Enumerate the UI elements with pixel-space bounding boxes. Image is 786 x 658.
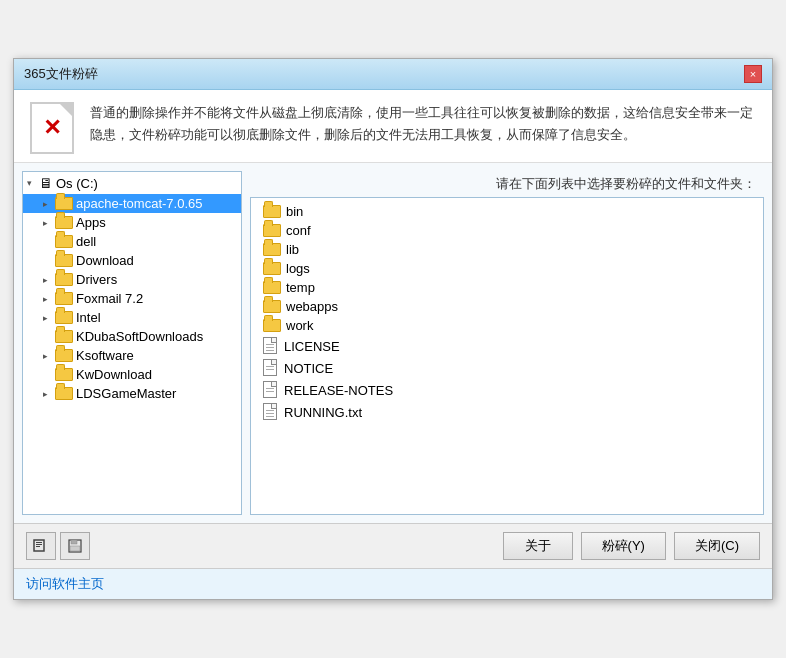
intel-arrow: ▸ <box>43 313 55 323</box>
folder-icon <box>55 216 73 230</box>
file-item-label: RUNNING.txt <box>284 405 362 420</box>
action-buttons: 关于 粉碎(Y) 关闭(C) <box>503 532 760 560</box>
right-panel-label: 请在下面列表中选择要粉碎的文件和文件夹： <box>250 171 764 197</box>
file-item-label: temp <box>286 280 315 295</box>
tree-item-kwdownload[interactable]: ▸ KwDownload <box>23 365 241 384</box>
title-bar-text: 365文件粉碎 <box>24 65 98 83</box>
folder-icon <box>55 197 73 211</box>
file-item-license[interactable]: LICENSE <box>259 335 755 357</box>
svg-rect-6 <box>70 546 80 551</box>
left-file-tree[interactable]: ▾ 🖥 Os (C:) ▸ apache-tomcat-7.0.65 ▸ App… <box>22 171 242 515</box>
refresh-button[interactable] <box>26 532 56 560</box>
tree-item-intel[interactable]: ▸ Intel <box>23 308 241 327</box>
file-item-conf[interactable]: conf <box>259 221 755 240</box>
file-item-lib[interactable]: lib <box>259 240 755 259</box>
main-content: ▾ 🖥 Os (C:) ▸ apache-tomcat-7.0.65 ▸ App… <box>14 163 772 523</box>
folder-icon <box>55 368 73 382</box>
svg-rect-2 <box>36 544 42 545</box>
folder-icon <box>263 281 281 295</box>
ksoftware-arrow: ▸ <box>43 351 55 361</box>
file-item-label: LICENSE <box>284 339 340 354</box>
ldsgame-arrow: ▸ <box>43 389 55 399</box>
foxmail-arrow: ▸ <box>43 294 55 304</box>
tree-item-label: Ksoftware <box>76 348 134 363</box>
computer-icon: 🖥 <box>39 175 53 191</box>
right-section: 请在下面列表中选择要粉碎的文件和文件夹： bin conf lib <box>250 171 764 515</box>
file-item-work[interactable]: work <box>259 316 755 335</box>
file-item-label: work <box>286 318 313 333</box>
file-item-label: webapps <box>286 299 338 314</box>
close-button[interactable]: 关闭(C) <box>674 532 760 560</box>
folder-icon <box>263 319 281 333</box>
file-icon <box>263 337 279 355</box>
svg-rect-0 <box>34 540 44 551</box>
root-arrow: ▾ <box>27 178 39 188</box>
tree-item-label: KDubaSoftDownloads <box>76 329 203 344</box>
drivers-arrow: ▸ <box>43 275 55 285</box>
close-window-button[interactable]: × <box>744 65 762 83</box>
tree-item-dell[interactable]: ▸ dell <box>23 232 241 251</box>
warning-icon <box>30 102 78 150</box>
file-item-label: conf <box>286 223 311 238</box>
right-file-panel[interactable]: bin conf lib logs <box>250 197 764 515</box>
file-item-running-txt[interactable]: RUNNING.txt <box>259 401 755 423</box>
tree-item-apache-tomcat[interactable]: ▸ apache-tomcat-7.0.65 <box>23 194 241 213</box>
folder-icon <box>55 330 73 344</box>
file-list: bin conf lib logs <box>251 198 763 427</box>
tree-item-foxmail[interactable]: ▸ Foxmail 7.2 <box>23 289 241 308</box>
tree-item-label: Drivers <box>76 272 117 287</box>
file-icon <box>263 381 279 399</box>
tree-item-label: Download <box>76 253 134 268</box>
file-item-logs[interactable]: logs <box>259 259 755 278</box>
tree-item-label: Apps <box>76 215 106 230</box>
footer: 访问软件主页 <box>14 568 772 599</box>
tree-item-kduba[interactable]: ▸ KDubaSoftDownloads <box>23 327 241 346</box>
tree-item-label: apache-tomcat-7.0.65 <box>76 196 202 211</box>
tree-item-label: LDSGameMaster <box>76 386 176 401</box>
folder-icon <box>263 224 281 238</box>
main-dialog: 365文件粉碎 × 普通的删除操作并不能将文件从磁盘上彻底清除，使用一些工具往往… <box>13 58 773 600</box>
file-item-label: logs <box>286 261 310 276</box>
svg-rect-5 <box>71 540 77 544</box>
folder-icon <box>55 387 73 401</box>
tree-item-label: KwDownload <box>76 367 152 382</box>
folder-icon <box>55 273 73 287</box>
save-icon <box>67 538 83 554</box>
tree-item-download[interactable]: ▸ Download <box>23 251 241 270</box>
tree-item-apps[interactable]: ▸ Apps <box>23 213 241 232</box>
apps-arrow: ▸ <box>43 218 55 228</box>
tree-item-label: Intel <box>76 310 101 325</box>
file-item-webapps[interactable]: webapps <box>259 297 755 316</box>
tomcat-arrow: ▸ <box>43 199 55 209</box>
header-description: 普通的删除操作并不能将文件从磁盘上彻底清除，使用一些工具往往可以恢复被删除的数据… <box>90 102 756 146</box>
save-button[interactable] <box>60 532 90 560</box>
file-icon <box>263 403 279 421</box>
tree-item-drivers[interactable]: ▸ Drivers <box>23 270 241 289</box>
file-item-temp[interactable]: temp <box>259 278 755 297</box>
bottom-bar: 关于 粉碎(Y) 关闭(C) <box>14 523 772 568</box>
home-link[interactable]: 访问软件主页 <box>26 576 104 591</box>
tree-scroll-area[interactable]: ▾ 🖥 Os (C:) ▸ apache-tomcat-7.0.65 ▸ App… <box>23 172 241 492</box>
tree-item-ksoftware[interactable]: ▸ Ksoftware <box>23 346 241 365</box>
title-bar: 365文件粉碎 × <box>14 59 772 90</box>
header-section: 普通的删除操作并不能将文件从磁盘上彻底清除，使用一些工具往往可以恢复被删除的数据… <box>14 90 772 163</box>
file-item-bin[interactable]: bin <box>259 202 755 221</box>
about-button[interactable]: 关于 <box>503 532 573 560</box>
file-item-notice[interactable]: NOTICE <box>259 357 755 379</box>
file-item-release-notes[interactable]: RELEASE-NOTES <box>259 379 755 401</box>
folder-icon <box>263 243 281 257</box>
file-item-label: NOTICE <box>284 361 333 376</box>
shred-button[interactable]: 粉碎(Y) <box>581 532 666 560</box>
folder-icon <box>55 292 73 306</box>
file-item-label: lib <box>286 242 299 257</box>
folder-icon <box>263 205 281 219</box>
folder-icon <box>263 300 281 314</box>
tree-item-label: dell <box>76 234 96 249</box>
tree-item-ldsgame[interactable]: ▸ LDSGameMaster <box>23 384 241 403</box>
svg-rect-3 <box>36 546 40 547</box>
file-item-label: bin <box>286 204 303 219</box>
tree-root[interactable]: ▾ 🖥 Os (C:) <box>23 172 241 194</box>
tree-item-label: Foxmail 7.2 <box>76 291 143 306</box>
dog-ear <box>60 104 72 116</box>
folder-icon <box>55 349 73 363</box>
